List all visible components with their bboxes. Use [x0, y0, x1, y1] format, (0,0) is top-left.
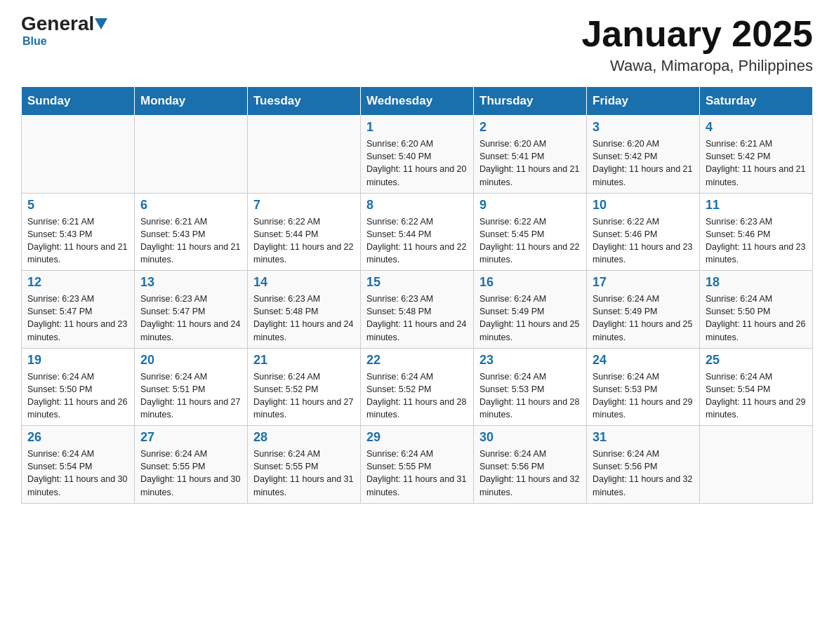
cell-sun-info: Sunrise: 6:22 AM Sunset: 5:44 PM Dayligh… — [253, 215, 355, 267]
cell-sun-info: Sunrise: 6:24 AM Sunset: 5:55 PM Dayligh… — [366, 448, 468, 499]
calendar-title: January 2025 — [581, 14, 813, 54]
cell-sun-info: Sunrise: 6:24 AM Sunset: 5:53 PM Dayligh… — [479, 370, 581, 422]
cell-day-number: 25 — [706, 353, 807, 368]
cell-day-number: 31 — [593, 430, 694, 445]
cell-sun-info: Sunrise: 6:24 AM Sunset: 5:54 PM Dayligh… — [27, 448, 128, 499]
cell-sun-info: Sunrise: 6:22 AM Sunset: 5:45 PM Dayligh… — [479, 215, 581, 267]
header-monday: Monday — [135, 87, 248, 116]
table-row: 14Sunrise: 6:23 AM Sunset: 5:48 PM Dayli… — [248, 271, 361, 349]
cell-sun-info: Sunrise: 6:23 AM Sunset: 5:46 PM Dayligh… — [706, 215, 807, 267]
cell-sun-info: Sunrise: 6:21 AM Sunset: 5:43 PM Dayligh… — [27, 215, 128, 267]
cell-sun-info: Sunrise: 6:24 AM Sunset: 5:50 PM Dayligh… — [706, 293, 807, 344]
cell-day-number: 28 — [253, 430, 355, 445]
table-row — [700, 426, 813, 504]
header-sunday: Sunday — [22, 87, 135, 116]
table-row: 17Sunrise: 6:24 AM Sunset: 5:49 PM Dayli… — [587, 271, 700, 349]
header-friday: Friday — [587, 87, 700, 116]
cell-sun-info: Sunrise: 6:23 AM Sunset: 5:48 PM Dayligh… — [366, 293, 468, 344]
calendar-location: Wawa, Mimaropa, Philippines — [581, 57, 813, 75]
cell-day-number: 30 — [479, 430, 581, 445]
calendar-week-row: 19Sunrise: 6:24 AM Sunset: 5:50 PM Dayli… — [22, 348, 813, 426]
cell-day-number: 24 — [593, 353, 694, 368]
cell-sun-info: Sunrise: 6:24 AM Sunset: 5:49 PM Dayligh… — [593, 293, 694, 344]
cell-sun-info: Sunrise: 6:24 AM Sunset: 5:55 PM Dayligh… — [140, 448, 241, 499]
table-row: 11Sunrise: 6:23 AM Sunset: 5:46 PM Dayli… — [700, 193, 813, 271]
table-row: 10Sunrise: 6:22 AM Sunset: 5:46 PM Dayli… — [587, 193, 700, 271]
cell-sun-info: Sunrise: 6:21 AM Sunset: 5:43 PM Dayligh… — [140, 215, 241, 267]
table-row: 18Sunrise: 6:24 AM Sunset: 5:50 PM Dayli… — [700, 271, 813, 349]
table-row: 27Sunrise: 6:24 AM Sunset: 5:55 PM Dayli… — [135, 426, 248, 504]
cell-day-number: 23 — [479, 353, 581, 368]
svg-marker-0 — [95, 18, 107, 29]
page-header: General Blue January 2025 Wawa, Mimaropa… — [21, 14, 813, 75]
table-row: 26Sunrise: 6:24 AM Sunset: 5:54 PM Dayli… — [22, 426, 135, 504]
table-row: 7Sunrise: 6:22 AM Sunset: 5:44 PM Daylig… — [248, 193, 361, 271]
calendar-week-row: 26Sunrise: 6:24 AM Sunset: 5:54 PM Dayli… — [22, 426, 813, 504]
cell-day-number: 12 — [27, 275, 128, 290]
table-row: 16Sunrise: 6:24 AM Sunset: 5:49 PM Dayli… — [474, 271, 587, 349]
cell-sun-info: Sunrise: 6:24 AM Sunset: 5:55 PM Dayligh… — [253, 448, 355, 499]
cell-day-number: 13 — [140, 275, 241, 290]
cell-sun-info: Sunrise: 6:24 AM Sunset: 5:56 PM Dayligh… — [479, 448, 581, 499]
cell-day-number: 3 — [593, 120, 694, 135]
cell-day-number: 5 — [27, 198, 128, 213]
logo-name: General — [21, 14, 107, 34]
cell-day-number: 18 — [706, 275, 807, 290]
table-row: 31Sunrise: 6:24 AM Sunset: 5:56 PM Dayli… — [587, 426, 700, 504]
cell-sun-info: Sunrise: 6:24 AM Sunset: 5:49 PM Dayligh… — [479, 293, 581, 344]
cell-sun-info: Sunrise: 6:24 AM Sunset: 5:56 PM Dayligh… — [593, 448, 694, 499]
cell-day-number: 21 — [253, 353, 355, 368]
table-row: 20Sunrise: 6:24 AM Sunset: 5:51 PM Dayli… — [135, 348, 248, 426]
table-row — [135, 116, 248, 194]
table-row: 1Sunrise: 6:20 AM Sunset: 5:40 PM Daylig… — [361, 116, 474, 194]
cell-sun-info: Sunrise: 6:23 AM Sunset: 5:47 PM Dayligh… — [27, 293, 128, 344]
table-row: 28Sunrise: 6:24 AM Sunset: 5:55 PM Dayli… — [248, 426, 361, 504]
calendar-week-row: 1Sunrise: 6:20 AM Sunset: 5:40 PM Daylig… — [22, 116, 813, 194]
table-row: 3Sunrise: 6:20 AM Sunset: 5:42 PM Daylig… — [587, 116, 700, 194]
header-saturday: Saturday — [700, 87, 813, 116]
cell-sun-info: Sunrise: 6:23 AM Sunset: 5:48 PM Dayligh… — [253, 293, 355, 344]
cell-sun-info: Sunrise: 6:21 AM Sunset: 5:42 PM Dayligh… — [706, 137, 807, 189]
table-row: 29Sunrise: 6:24 AM Sunset: 5:55 PM Dayli… — [361, 426, 474, 504]
table-row: 12Sunrise: 6:23 AM Sunset: 5:47 PM Dayli… — [22, 271, 135, 349]
table-row: 30Sunrise: 6:24 AM Sunset: 5:56 PM Dayli… — [474, 426, 587, 504]
cell-day-number: 22 — [366, 353, 468, 368]
header-thursday: Thursday — [474, 87, 587, 116]
cell-day-number: 10 — [593, 198, 694, 213]
cell-day-number: 15 — [366, 275, 468, 290]
table-row: 23Sunrise: 6:24 AM Sunset: 5:53 PM Dayli… — [474, 348, 587, 426]
cell-day-number: 14 — [253, 275, 355, 290]
header-tuesday: Tuesday — [248, 87, 361, 116]
table-row: 19Sunrise: 6:24 AM Sunset: 5:50 PM Dayli… — [22, 348, 135, 426]
cell-day-number: 27 — [140, 430, 241, 445]
calendar-week-row: 5Sunrise: 6:21 AM Sunset: 5:43 PM Daylig… — [22, 193, 813, 271]
calendar-week-row: 12Sunrise: 6:23 AM Sunset: 5:47 PM Dayli… — [22, 271, 813, 349]
logo: General Blue — [21, 14, 107, 48]
cell-sun-info: Sunrise: 6:22 AM Sunset: 5:44 PM Dayligh… — [366, 215, 468, 267]
cell-day-number: 1 — [366, 120, 468, 135]
calendar-title-area: January 2025 Wawa, Mimaropa, Philippines — [581, 14, 813, 75]
cell-day-number: 2 — [479, 120, 581, 135]
cell-sun-info: Sunrise: 6:24 AM Sunset: 5:51 PM Dayligh… — [140, 370, 241, 422]
table-row: 9Sunrise: 6:22 AM Sunset: 5:45 PM Daylig… — [474, 193, 587, 271]
table-row: 8Sunrise: 6:22 AM Sunset: 5:44 PM Daylig… — [361, 193, 474, 271]
table-row: 22Sunrise: 6:24 AM Sunset: 5:52 PM Dayli… — [361, 348, 474, 426]
cell-day-number: 6 — [140, 198, 241, 213]
cell-sun-info: Sunrise: 6:24 AM Sunset: 5:52 PM Dayligh… — [366, 370, 468, 422]
cell-day-number: 4 — [706, 120, 807, 135]
table-row — [248, 116, 361, 194]
logo-subtitle: Blue — [22, 35, 47, 48]
cell-sun-info: Sunrise: 6:20 AM Sunset: 5:42 PM Dayligh… — [593, 137, 694, 189]
cell-day-number: 7 — [253, 198, 355, 213]
cell-day-number: 8 — [366, 198, 468, 213]
table-row: 5Sunrise: 6:21 AM Sunset: 5:43 PM Daylig… — [22, 193, 135, 271]
table-row: 25Sunrise: 6:24 AM Sunset: 5:54 PM Dayli… — [700, 348, 813, 426]
cell-day-number: 29 — [366, 430, 468, 445]
cell-sun-info: Sunrise: 6:20 AM Sunset: 5:40 PM Dayligh… — [366, 137, 468, 189]
table-row: 6Sunrise: 6:21 AM Sunset: 5:43 PM Daylig… — [135, 193, 248, 271]
cell-sun-info: Sunrise: 6:24 AM Sunset: 5:54 PM Dayligh… — [706, 370, 807, 422]
cell-day-number: 26 — [27, 430, 128, 445]
cell-sun-info: Sunrise: 6:22 AM Sunset: 5:46 PM Dayligh… — [593, 215, 694, 267]
cell-day-number: 17 — [593, 275, 694, 290]
cell-sun-info: Sunrise: 6:24 AM Sunset: 5:52 PM Dayligh… — [253, 370, 355, 422]
